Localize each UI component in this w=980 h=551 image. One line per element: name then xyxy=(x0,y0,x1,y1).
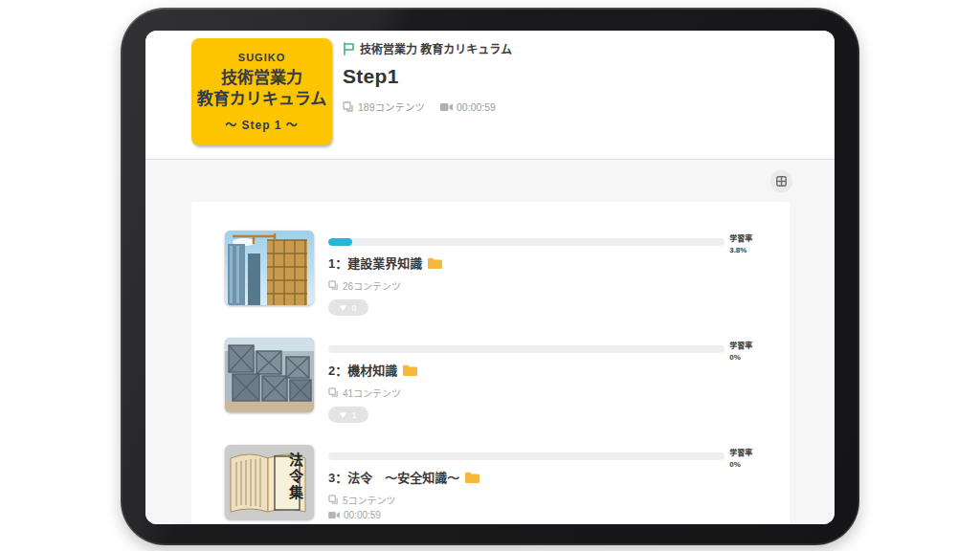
header-contents-count: 189コンテンツ xyxy=(358,99,425,114)
rate-value: 0% xyxy=(729,352,790,364)
heart-icon: ♥ xyxy=(340,302,346,313)
item-progress-bar xyxy=(328,452,724,460)
list-item[interactable]: 法令集 3：法令 ～安全知識～ xyxy=(225,445,790,524)
list-item[interactable]: 1：建設業界知識 26コンテンツ xyxy=(225,231,790,316)
breadcrumb-label: 技術営業力 教育カリキュラム xyxy=(360,40,512,56)
folder-icon xyxy=(403,364,417,376)
item-learning-rate: 学習率 0% xyxy=(729,338,790,423)
item-contents-count: 26コンテンツ xyxy=(343,278,401,293)
page-title: Step1 xyxy=(343,65,512,88)
view-toggle-button[interactable] xyxy=(770,170,792,192)
item-contents-count: 41コンテンツ xyxy=(343,386,401,400)
thumbnail-label: 法令集 xyxy=(288,452,302,501)
item-thumbnail[interactable] xyxy=(225,338,314,412)
tablet-screen: SUGIKO 技術営業力 教育カリキュラム ～ Step 1 ～ 技術営業力 教… xyxy=(145,31,835,524)
item-contents: 41コンテンツ xyxy=(328,386,724,400)
tablet-frame: SUGIKO 技術営業力 教育カリキュラム ～ Step 1 ～ 技術営業力 教… xyxy=(121,8,859,545)
curriculum-thumbnail-card: SUGIKO 技術営業力 教育カリキュラム ～ Step 1 ～ xyxy=(191,38,332,145)
video-icon xyxy=(440,102,453,112)
item-thumbnail[interactable] xyxy=(225,231,314,305)
contents-stack-icon xyxy=(328,387,339,398)
item-main: 1：建設業界知識 26コンテンツ xyxy=(328,231,724,316)
flag-icon xyxy=(343,42,355,55)
breadcrumb[interactable]: 技術営業力 教育カリキュラム xyxy=(343,40,512,56)
contents-stack-icon xyxy=(328,495,339,505)
like-count: 0 xyxy=(352,303,357,313)
item-title-row[interactable]: 1：建設業界知識 xyxy=(328,253,724,272)
grid-icon xyxy=(776,176,787,187)
item-duration-value: 00:00:59 xyxy=(344,510,381,520)
header-duration: 00:00:59 xyxy=(457,101,496,113)
brand-text: SUGIKO xyxy=(238,52,285,63)
rate-value: 0% xyxy=(729,459,790,471)
rate-label: 学習率 xyxy=(729,341,790,352)
header-stats: 189コンテンツ 00:00:59 xyxy=(343,99,512,114)
list-item[interactable]: 2：機材知識 41コンテンツ xyxy=(225,338,790,423)
item-progress-bar xyxy=(328,345,724,353)
card-title-line2: 教育カリキュラム xyxy=(197,89,327,110)
like-badge[interactable]: ♥ 0 xyxy=(328,299,368,316)
item-main: 3：法令 ～安全知識～ 5コンテンツ xyxy=(328,445,724,524)
item-title: 2：機材知識 xyxy=(328,361,397,379)
item-learning-rate: 学習率 0% xyxy=(729,445,790,524)
like-badge[interactable]: ♥ 1 xyxy=(328,407,368,423)
item-thumbnail[interactable]: 法令集 xyxy=(225,445,314,519)
heart-icon: ♥ xyxy=(340,409,346,420)
rate-label: 学習率 xyxy=(729,448,790,459)
item-main: 2：機材知識 41コンテンツ xyxy=(328,338,724,423)
item-title: 3：法令 ～安全知識～ xyxy=(328,468,459,486)
contents-stack-icon xyxy=(328,280,339,291)
content-area: 1：建設業界知識 26コンテンツ xyxy=(145,159,835,524)
folder-icon xyxy=(465,472,479,483)
rate-value: 3.8% xyxy=(729,245,790,256)
item-contents: 5コンテンツ xyxy=(328,493,724,507)
contents-stack-icon xyxy=(343,101,354,113)
like-count: 1 xyxy=(352,410,357,420)
item-progress-fill xyxy=(328,238,352,246)
item-title: 1：建設業界知識 xyxy=(328,253,422,272)
app-header: SUGIKO 技術営業力 教育カリキュラム ～ Step 1 ～ 技術営業力 教… xyxy=(145,31,835,159)
item-title-row[interactable]: 3：法令 ～安全知識～ xyxy=(328,468,724,486)
item-duration: 00:00:59 xyxy=(328,510,724,520)
course-list: 1：建設業界知識 26コンテンツ xyxy=(225,231,790,524)
rate-label: 学習率 xyxy=(729,233,790,245)
video-icon xyxy=(328,511,340,519)
item-learning-rate: 学習率 3.8% xyxy=(729,231,790,316)
course-card: 1：建設業界知識 26コンテンツ xyxy=(191,202,790,524)
item-title-row[interactable]: 2：機材知識 xyxy=(328,361,724,379)
item-progress-bar xyxy=(328,238,724,246)
item-contents-count: 5コンテンツ xyxy=(343,493,396,507)
card-title-line1: 技術営業力 xyxy=(221,68,302,89)
folder-icon xyxy=(428,257,442,269)
page-background: SUGIKO 技術営業力 教育カリキュラム ～ Step 1 ～ 技術営業力 教… xyxy=(0,0,980,551)
item-contents: 26コンテンツ xyxy=(328,278,724,293)
card-subtitle: ～ Step 1 ～ xyxy=(225,116,299,132)
